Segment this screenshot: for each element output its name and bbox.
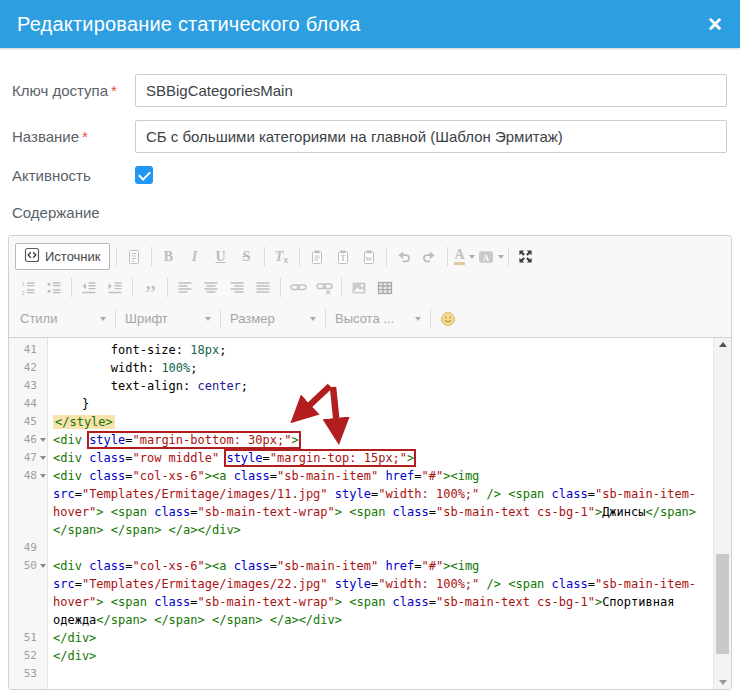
blockquote-icon: ” [145,280,155,296]
chevron-down-icon [415,317,421,321]
toolbar-separator [508,247,509,266]
align-justify-icon [255,280,271,296]
name-input[interactable] [135,120,727,153]
align-justify-button[interactable] [250,276,276,300]
source-code-area[interactable]: 41 font-size: 18px;42 width: 100%;43 tex… [9,338,731,689]
bulleted-list-button[interactable] [41,276,67,300]
access-key-label: Ключ доступа* [12,82,135,99]
align-right-button[interactable] [224,276,250,300]
dialog-header: Редактирование статического блока ✕ [0,0,740,48]
code-line: hover"> <span class="sb-main-text-wrap">… [9,503,731,521]
fold-marker-icon[interactable] [37,431,48,449]
code-line: 51</div> [9,629,731,647]
editor-toolbar: Источник BIUSTxTWAA 12” СтилиШрифтРазмер… [9,236,731,338]
image-icon [351,280,367,296]
unlink-button[interactable] [311,276,337,300]
svg-text:W: W [365,255,372,262]
required-mark: * [111,82,117,99]
code-line: 47<div class="row middle" style="margin-… [9,449,731,467]
code-lines: 41 font-size: 18px;42 width: 100%;43 tex… [9,341,731,683]
strikethrough-button[interactable]: S [234,245,260,269]
form-fields: Ключ доступа* Название* Активность [0,74,740,184]
line-number: 44 [24,395,37,413]
source-button[interactable]: Источник [15,243,110,270]
activity-checkbox[interactable] [135,166,153,184]
chevron-down-icon [100,317,106,321]
decrease-indent-button[interactable] [76,276,102,300]
toolbar-separator [299,247,300,266]
chevron-down-icon [310,317,316,321]
code-line: 48<div class="col-xs-6"><a class="sb-mai… [9,467,731,485]
styles-dropdown[interactable]: Стили [15,311,111,326]
line-height-dropdown[interactable]: Высота ... [330,311,426,326]
fold-marker-icon[interactable] [37,467,48,485]
svg-text:A: A [482,252,489,262]
svg-text:2: 2 [22,289,26,295]
toolbar-separator [280,278,281,297]
blockquote-button[interactable]: ” [137,276,163,300]
close-icon[interactable]: ✕ [707,15,723,34]
access-key-input[interactable] [135,74,727,107]
unlink-icon [316,279,333,296]
edit-static-block-dialog: { "header": { "title": "Редактирование с… [0,0,740,697]
redo-button[interactable] [417,245,443,269]
maximize-icon [518,249,533,264]
underline-button[interactable]: U [208,245,234,269]
styles-dropdown-label: Стили [20,311,57,326]
increase-indent-icon [107,280,123,296]
chevron-down-icon [205,317,211,321]
undo-button[interactable] [391,245,417,269]
align-center-icon [203,280,219,296]
numbered-list-button[interactable]: 12 [15,276,41,300]
scrollbar-thumb[interactable] [716,554,729,654]
toolbar-separator [325,309,326,328]
toolbar-separator [341,278,342,297]
text-color-button[interactable]: A [452,245,478,269]
fold-marker-icon[interactable] [37,557,48,575]
font-dropdown-label: Шрифт [125,311,168,326]
chevron-down-icon [469,255,475,259]
font-dropdown[interactable]: Шрифт [120,311,216,326]
paste-button[interactable] [304,245,330,269]
align-left-button[interactable] [172,276,198,300]
bold-button[interactable]: B [156,245,182,269]
table-button[interactable] [372,276,398,300]
toolbar-row-2: 12” [15,272,725,303]
toolbar-separator [132,278,133,297]
link-icon [290,279,307,296]
paste-from-word-button[interactable]: W [356,245,382,269]
toolbar-separator [116,247,117,266]
svg-text:T: T [340,254,345,263]
align-center-button[interactable] [198,276,224,300]
code-line: 46<div style="margin-bottom: 30px;"> [9,431,731,449]
vertical-scrollbar[interactable] [713,338,731,689]
background-color-button[interactable]: A [478,245,504,269]
paste-plain-text-button[interactable]: T [330,245,356,269]
image-button[interactable] [346,276,372,300]
toolbar-separator [386,247,387,266]
italic-button[interactable]: I [182,245,208,269]
link-button[interactable] [285,276,311,300]
increase-indent-button[interactable] [102,276,128,300]
bold-icon: B [164,250,173,264]
line-number: 51 [24,629,37,647]
code-line: 53 [9,665,731,683]
fold-marker-icon[interactable] [37,449,48,467]
bulleted-list-icon [46,280,62,296]
remove-format-button[interactable]: Tx [269,245,295,269]
redo-icon [421,248,438,265]
code-line: src="Templates/Ermitage/images/11.jpg" s… [9,485,731,503]
dialog-title: Редактирование статического блока [17,13,361,36]
templates-button[interactable] [121,245,147,269]
size-dropdown[interactable]: Размер [225,311,321,326]
smiley-button[interactable] [435,307,461,331]
toolbar-row-3: СтилиШрифтРазмерВысота ... [15,303,725,334]
dialog-body: Ключ доступа* Название* Активность Содер… [0,48,740,690]
scroll-down-icon[interactable] [714,680,731,685]
remove-format-icon: Tx [275,248,289,265]
content-label: Содержание [12,204,740,221]
maximize-button[interactable] [513,245,539,269]
decrease-indent-icon [81,280,97,296]
scroll-up-icon[interactable] [714,342,731,347]
wysiwyg-editor: Источник BIUSTxTWAA 12” СтилиШрифтРазмер… [8,235,732,690]
